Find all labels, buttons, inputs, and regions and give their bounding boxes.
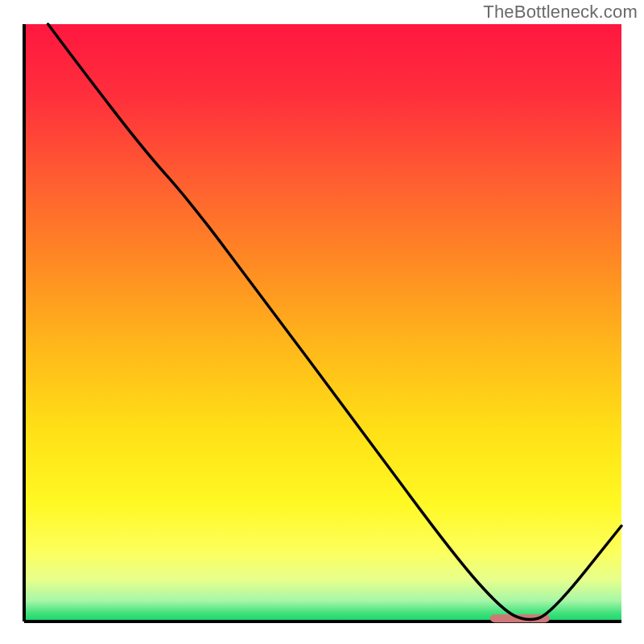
plot-background: [24, 24, 621, 621]
chart-frame: TheBottleneck.com: [0, 0, 644, 644]
chart-svg: [0, 0, 644, 644]
watermark-text: TheBottleneck.com: [483, 2, 638, 23]
